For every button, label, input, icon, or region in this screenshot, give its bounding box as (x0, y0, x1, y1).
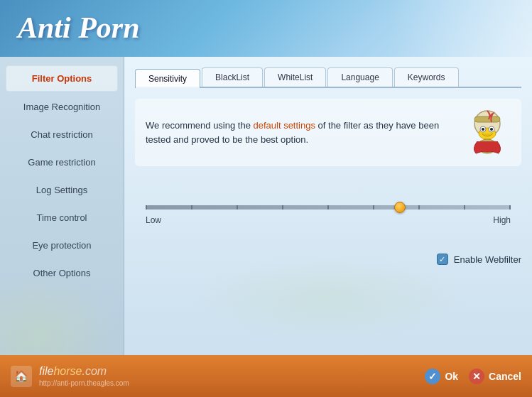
sidebar-item-time-control[interactable]: Time control (6, 205, 118, 230)
cancel-label: Cancel (489, 371, 521, 382)
sidebar: Filter Options Image Recognition Chat re… (0, 57, 124, 355)
sidebar-item-chat-restriction[interactable]: Chat restriction (6, 122, 118, 147)
app-title: Anti Porn (0, 0, 532, 55)
tab-language[interactable]: Language (327, 67, 392, 87)
slider-label-high: High (493, 215, 511, 225)
footer: 🏠 filehorse.com http://anti-porn.theagle… (0, 355, 532, 397)
main-container: Filter Options Image Recognition Chat re… (0, 57, 532, 355)
footer-buttons: ✓ Ok ✕ Cancel (425, 369, 521, 384)
mascot-image (465, 109, 511, 156)
tab-whitelist[interactable]: WhiteList (264, 67, 326, 87)
home-icon[interactable]: 🏠 (11, 366, 32, 387)
slider-track[interactable] (146, 205, 511, 210)
cancel-button[interactable]: ✕ Cancel (469, 369, 521, 384)
footer-branding: filehorse.com http://anti-porn.theagles.… (39, 365, 129, 387)
webfilter-label: Enable Webfilter (454, 254, 521, 265)
recommendation-box: We recommend using the default settings … (135, 99, 521, 166)
tab-keywords[interactable]: Keywords (394, 67, 459, 87)
ok-button[interactable]: ✓ Ok (425, 369, 458, 384)
tab-blacklist[interactable]: BlackList (202, 67, 263, 87)
webfilter-row: ✓ Enable Webfilter (135, 254, 521, 265)
footer-logo: filehorse.com (39, 365, 129, 378)
tab-sensitivity[interactable]: Sensitivity (135, 69, 200, 88)
slider-section: Low High (135, 184, 521, 232)
svg-point-5 (482, 128, 484, 131)
logo-file: file (39, 365, 53, 377)
cancel-icon: ✕ (469, 369, 484, 384)
sidebar-item-filter-options[interactable]: Filter Options (6, 65, 118, 92)
slider-labels: Low High (146, 215, 511, 225)
sidebar-item-log-settings[interactable]: Log Settings (6, 178, 118, 202)
logo-horse: horse (53, 365, 82, 377)
slider-label-low: Low (146, 215, 161, 225)
highlight-text: default settings (254, 120, 315, 131)
webfilter-checkbox[interactable]: ✓ (437, 254, 448, 265)
ok-label: Ok (445, 371, 458, 382)
slider-thumb[interactable] (394, 202, 406, 213)
content-area: Sensitivity BlackList WhiteList Language… (124, 57, 532, 355)
app-header: Anti Porn (0, 0, 532, 57)
logo-com: .com (82, 365, 107, 377)
footer-url: http://anti-porn.theagles.com (39, 379, 129, 387)
sidebar-item-game-restriction[interactable]: Game restriction (6, 150, 118, 175)
recommendation-text: We recommend using the default settings … (146, 119, 454, 146)
svg-rect-1 (474, 116, 500, 122)
sidebar-item-other-options[interactable]: Other Options (6, 261, 118, 285)
sidebar-item-image-recognition[interactable]: Image Recognition (6, 94, 118, 119)
sidebar-item-eye-protection[interactable]: Eye protection (6, 233, 118, 258)
footer-left: 🏠 filehorse.com http://anti-porn.theagle… (11, 365, 129, 387)
svg-point-6 (490, 128, 493, 131)
ok-icon: ✓ (425, 369, 440, 384)
tab-bar: Sensitivity BlackList WhiteList Language… (135, 67, 521, 88)
